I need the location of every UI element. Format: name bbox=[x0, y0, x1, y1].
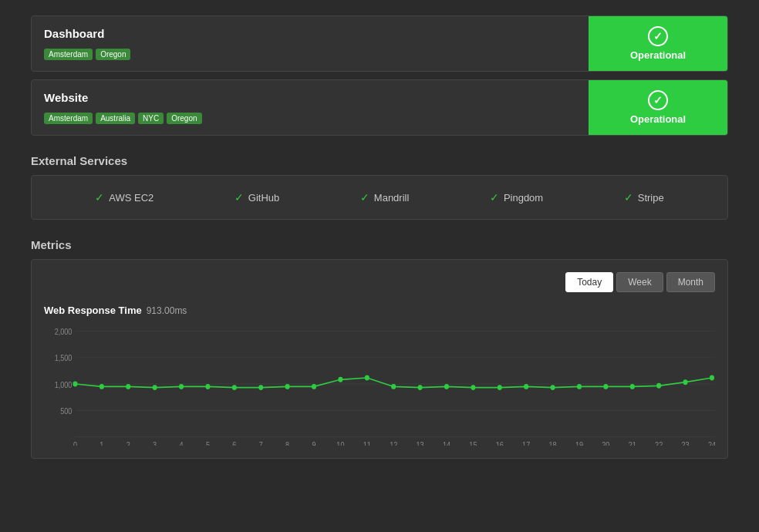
external-service-label: GitHub bbox=[248, 192, 279, 204]
svg-point-28 bbox=[577, 384, 582, 389]
svg-point-14 bbox=[205, 384, 210, 389]
service-card: DashboardAmsterdamOregon✓Operational bbox=[31, 15, 728, 72]
svg-text:3: 3 bbox=[153, 441, 157, 446]
external-service-label: Stripe bbox=[638, 192, 664, 204]
svg-text:9: 9 bbox=[312, 441, 315, 446]
external-services-list: ✓AWS EC2✓GitHub✓Mandrill✓Pingdom✓Stripe bbox=[55, 191, 704, 204]
check-icon: ✓ bbox=[234, 191, 244, 204]
svg-text:2,000: 2,000 bbox=[55, 327, 73, 336]
status-badge: ✓Operational bbox=[589, 80, 727, 135]
svg-text:16: 16 bbox=[496, 441, 504, 446]
svg-point-33 bbox=[710, 375, 714, 381]
svg-point-30 bbox=[630, 384, 635, 389]
svg-point-21 bbox=[391, 384, 396, 389]
service-tag: Oregon bbox=[96, 49, 130, 60]
check-icon: ✓ bbox=[360, 191, 369, 204]
line-chart: 2,000 1,500 1,000 500 bbox=[44, 322, 715, 446]
external-service-item: ✓Stripe bbox=[624, 191, 664, 204]
check-circle-icon: ✓ bbox=[648, 26, 668, 46]
status-badge: ✓Operational bbox=[589, 16, 727, 71]
time-button[interactable]: Week bbox=[616, 272, 663, 292]
svg-point-9 bbox=[73, 382, 77, 387]
service-info: WebsiteAmsterdamAustraliaNYCOregon bbox=[32, 80, 589, 135]
external-service-item: ✓GitHub bbox=[234, 191, 279, 204]
svg-point-24 bbox=[471, 385, 475, 390]
svg-point-10 bbox=[100, 384, 104, 389]
service-tag: Amsterdam bbox=[44, 113, 93, 124]
svg-text:500: 500 bbox=[60, 406, 73, 416]
service-tag: Oregon bbox=[167, 113, 201, 124]
check-icon: ✓ bbox=[624, 191, 633, 204]
svg-text:6: 6 bbox=[232, 441, 236, 446]
chart-container: 2,000 1,500 1,000 500 bbox=[44, 322, 715, 446]
service-tags: AmsterdamOregon bbox=[44, 46, 576, 60]
svg-point-17 bbox=[285, 384, 290, 389]
service-name: Website bbox=[44, 91, 576, 104]
svg-point-32 bbox=[683, 379, 688, 385]
service-name: Dashboard bbox=[44, 27, 576, 40]
svg-text:1: 1 bbox=[100, 441, 103, 446]
svg-point-25 bbox=[498, 385, 502, 390]
svg-text:2: 2 bbox=[126, 441, 130, 446]
status-text: Operational bbox=[630, 49, 686, 61]
svg-text:10: 10 bbox=[336, 441, 345, 446]
check-icon: ✓ bbox=[95, 191, 104, 204]
svg-point-22 bbox=[418, 385, 423, 390]
svg-point-23 bbox=[444, 384, 449, 389]
service-card: WebsiteAmsterdamAustraliaNYCOregon✓Opera… bbox=[31, 79, 728, 136]
svg-text:12: 12 bbox=[390, 441, 397, 446]
external-service-label: Mandrill bbox=[374, 192, 410, 204]
svg-text:17: 17 bbox=[522, 441, 530, 446]
svg-point-18 bbox=[312, 384, 316, 389]
metrics-title: Metrics bbox=[31, 238, 728, 251]
svg-point-15 bbox=[232, 385, 237, 390]
metrics-panel: TodayWeekMonth Web Response Time913.00ms… bbox=[31, 259, 728, 459]
svg-point-20 bbox=[365, 375, 369, 381]
svg-text:1,000: 1,000 bbox=[55, 380, 73, 389]
svg-point-31 bbox=[656, 383, 661, 389]
service-info: DashboardAmsterdamOregon bbox=[32, 16, 589, 71]
svg-text:23: 23 bbox=[681, 441, 689, 446]
svg-text:20: 20 bbox=[602, 441, 610, 446]
svg-text:14: 14 bbox=[443, 441, 451, 446]
external-service-item: ✓Mandrill bbox=[360, 191, 410, 204]
svg-point-19 bbox=[338, 377, 342, 382]
service-tags: AmsterdamAustraliaNYCOregon bbox=[44, 110, 576, 124]
svg-text:19: 19 bbox=[575, 441, 583, 446]
chart-title: Web Response Time913.00ms bbox=[44, 305, 715, 316]
service-tag: Australia bbox=[96, 113, 135, 124]
check-icon: ✓ bbox=[490, 191, 499, 204]
svg-text:4: 4 bbox=[180, 441, 184, 446]
svg-point-13 bbox=[179, 384, 184, 389]
external-service-item: ✓AWS EC2 bbox=[95, 191, 153, 204]
svg-text:0: 0 bbox=[73, 441, 78, 446]
svg-text:22: 22 bbox=[655, 441, 663, 446]
service-tag: NYC bbox=[138, 113, 164, 124]
svg-text:11: 11 bbox=[363, 441, 371, 446]
status-text: Operational bbox=[630, 113, 686, 125]
svg-text:18: 18 bbox=[549, 441, 557, 446]
external-service-item: ✓Pingdom bbox=[490, 191, 543, 204]
svg-text:8: 8 bbox=[285, 441, 289, 446]
svg-point-11 bbox=[126, 384, 130, 389]
svg-text:21: 21 bbox=[629, 441, 636, 446]
svg-text:7: 7 bbox=[259, 441, 263, 446]
time-button[interactable]: Month bbox=[666, 272, 715, 292]
external-service-label: AWS EC2 bbox=[109, 192, 153, 204]
svg-point-29 bbox=[603, 384, 608, 389]
svg-text:1,500: 1,500 bbox=[55, 354, 73, 363]
external-services-panel: ✓AWS EC2✓GitHub✓Mandrill✓Pingdom✓Stripe bbox=[31, 175, 728, 220]
svg-text:5: 5 bbox=[206, 441, 210, 446]
service-tag: Amsterdam bbox=[44, 49, 93, 60]
svg-point-27 bbox=[551, 385, 555, 390]
external-services-title: External Services bbox=[31, 154, 728, 167]
svg-text:15: 15 bbox=[469, 441, 477, 446]
svg-point-12 bbox=[153, 385, 157, 390]
time-button[interactable]: Today bbox=[565, 272, 613, 292]
svg-point-26 bbox=[524, 384, 528, 389]
time-controls: TodayWeekMonth bbox=[44, 272, 715, 292]
check-circle-icon: ✓ bbox=[648, 90, 668, 110]
svg-point-16 bbox=[258, 385, 263, 390]
svg-text:13: 13 bbox=[417, 441, 424, 446]
svg-text:24: 24 bbox=[708, 441, 715, 446]
